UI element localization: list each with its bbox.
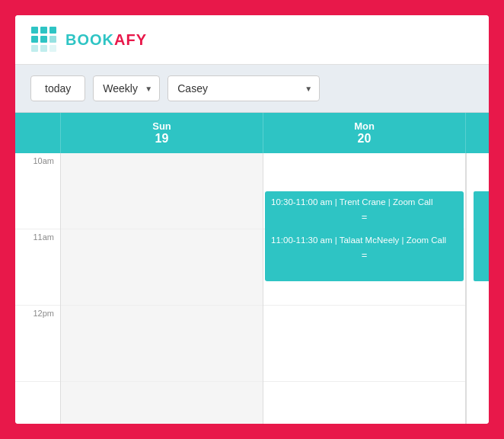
svg-rect-0: [31, 27, 38, 34]
svg-rect-3: [31, 36, 38, 43]
sunday-num: 19: [65, 132, 258, 146]
sunday-column: [61, 153, 263, 424]
sunday-11am-slot: [61, 229, 263, 306]
header-stub: [466, 113, 489, 153]
svg-rect-2: [49, 27, 56, 34]
stub-column: [466, 153, 489, 424]
calendar-body: 10am 11am 12pm: [15, 153, 489, 424]
logo-area: BOOKAFY: [30, 26, 147, 53]
header-monday: Mon 20: [263, 113, 466, 153]
calendar: Sun 19 Mon 20 10am 11am 12pm: [15, 113, 489, 424]
casey-select[interactable]: Casey: [167, 75, 320, 101]
svg-rect-8: [49, 45, 56, 52]
logo-book: BOOK: [65, 31, 114, 48]
stub-slot-10: [467, 382, 489, 424]
time-gutter: 10am 11am 12pm: [15, 153, 61, 424]
weekly-select-wrapper[interactable]: Weekly: [93, 75, 160, 101]
today-button[interactable]: today: [30, 75, 85, 101]
svg-rect-7: [40, 45, 47, 52]
casey-select-wrapper[interactable]: Casey: [167, 75, 320, 101]
svg-rect-5: [49, 36, 56, 43]
header-time-gutter: [15, 113, 61, 153]
logo-icon: [30, 26, 58, 53]
time-slot-12pm: 12pm: [15, 306, 60, 382]
event-1-title: 10:30-11:00 am | Trent Crane | Zoom Call: [271, 196, 458, 208]
monday-column: 10:30-11:00 am | Trent Crane | Zoom Call…: [263, 153, 466, 424]
stub-inner: [467, 153, 489, 382]
logo-text: BOOKAFY: [65, 31, 147, 49]
sunday-name: Sun: [65, 120, 258, 132]
monday-name: Mon: [268, 120, 461, 132]
monday-events: 10:30-11:00 am | Trent Crane | Zoom Call…: [263, 153, 465, 424]
event-2-equals: =: [271, 249, 458, 261]
header-sunday: Sun 19: [61, 113, 263, 153]
time-slot-11am: 11am: [15, 229, 60, 306]
time-slot-10am: 10am: [15, 153, 60, 229]
toolbar: today Weekly Casey: [15, 65, 489, 113]
event-talaat-mcneely[interactable]: 11:00-11:30 am | Talaat McNeely | Zoom C…: [265, 229, 464, 281]
stub-event-1[interactable]: [474, 191, 489, 232]
svg-rect-1: [40, 27, 47, 34]
event-2-title: 11:00-11:30 am | Talaat McNeely | Zoom C…: [271, 234, 458, 246]
event-trent-crane[interactable]: 10:30-11:00 am | Trent Crane | Zoom Call…: [265, 191, 464, 232]
monday-num: 20: [268, 132, 461, 146]
weekly-select[interactable]: Weekly: [93, 75, 160, 101]
sunday-10am-slot: [61, 153, 263, 229]
calendar-header: Sun 19 Mon 20: [15, 113, 489, 153]
app-container: BOOKAFY today Weekly Casey Sun 19 Mon: [15, 15, 489, 424]
event-1-equals: =: [271, 211, 458, 223]
svg-rect-4: [40, 36, 47, 43]
logo-afy: AFY: [114, 31, 147, 48]
sunday-12pm-slot: [61, 306, 263, 382]
app-header: BOOKAFY: [15, 15, 489, 65]
stub-event-2[interactable]: [474, 229, 489, 281]
svg-rect-6: [31, 45, 38, 52]
